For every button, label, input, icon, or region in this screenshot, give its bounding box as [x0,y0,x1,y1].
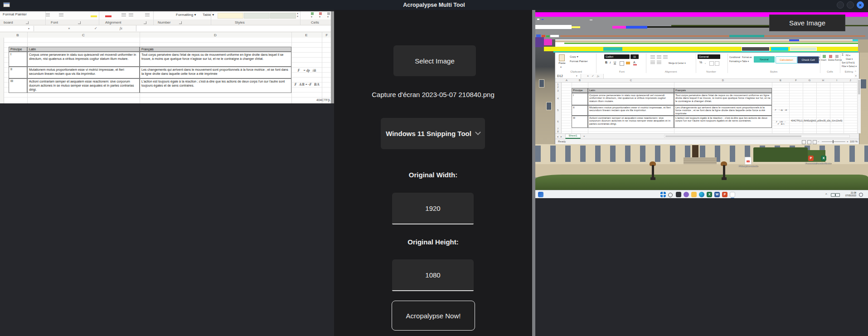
volume-icon[interactable] [835,193,840,197]
edge-icon[interactable] [699,192,704,197]
formula-input[interactable] [603,74,854,78]
column-header: B [579,79,581,82]
sheet-tab[interactable]: Sheet1 [565,134,581,139]
zoom-slider-knob[interactable] [833,140,834,143]
confirm-entry-icon[interactable]: ✓ [592,74,594,78]
gridline [322,32,322,103]
add-sheet-icon[interactable]: + [583,135,585,137]
fx-icon[interactable]: fx [597,74,599,78]
loop-icon[interactable] [684,192,689,197]
confirm-entry-icon[interactable]: ✓ [94,26,97,30]
view-break-icon[interactable] [813,140,817,144]
table-cell: I [9,52,27,67]
original-image-preview[interactable]: Format Painter Formatting ▾ Table ▾ ▴▾ ▾… [0,11,334,103]
tab-scroll-right-icon[interactable]: ▸ [561,135,562,138]
widgets-icon[interactable] [538,192,543,197]
powerpoint-taskbar-icon[interactable]: P [722,192,727,197]
pdf-badge: PDF [747,160,750,162]
recovered-image-preview[interactable]: Paste ▾ Copy ▾ Format Painter Calibri 11… [535,11,868,198]
windows-start-icon[interactable] [660,192,666,197]
decimal-icon [715,61,719,66]
newton-table: Principe Latin Français I Corpus omne pe… [9,47,291,93]
tab-scroll-left-icon[interactable]: ◂ [557,135,558,138]
scrollbar-thumb[interactable] [858,80,860,94]
zoom-out-icon[interactable]: − [818,140,820,143]
excel-taskbar-icon[interactable]: X [707,192,712,197]
cancel-entry-icon[interactable]: × [587,74,589,78]
clock[interactable]: 21:08 07/05/2023 [844,192,856,197]
notification-bell-icon[interactable] [859,193,863,197]
acropalypse-now-button[interactable]: Acropalypse Now! [392,301,475,331]
network-icon[interactable] [831,193,835,197]
panel-scrollbar[interactable] [532,10,535,336]
minimize-button[interactable] [837,1,844,9]
column-header: D [214,33,217,37]
glitch-band-white [535,25,572,29]
view-layout-icon[interactable] [807,140,811,144]
vertical-scrollbar[interactable] [857,79,861,133]
name-box-value: D12 [557,74,563,78]
table-cell: Les changements qui arrivent dans le mou… [140,67,291,78]
fill-button: Fill ▾ [846,54,850,57]
window-title: Acropalypse Multi Tool [0,0,868,10]
dropdown-arrow-icon: ▾ [327,15,329,18]
taskbar: X W P ^ 21:08 07/05/2023 [535,190,868,198]
search-icon[interactable] [668,193,673,197]
font-name-box: Calibri [604,54,630,59]
width-input[interactable] [392,193,474,224]
highlight-color-icon [91,15,97,17]
cancel-entry-icon[interactable]: × [68,26,70,30]
expand-formula-bar-icon[interactable]: ▾ [855,74,857,77]
format-painter-button: Format Painter [570,60,588,63]
underline-button: U [614,61,616,64]
close-button[interactable]: × [857,1,864,9]
format-as-table-button2: Table ▾ [742,60,749,63]
file-explorer-icon[interactable] [691,192,697,197]
group-separator [596,54,596,73]
word-taskbar-icon[interactable]: W [714,192,720,197]
tray-expand-icon[interactable]: ^ [825,192,827,196]
format-painter-label: Format Painter [3,12,27,16]
fx-icon[interactable]: fx [120,26,122,30]
horizontal-scrollbar[interactable] [664,135,850,138]
font-color-button: A [633,61,635,64]
glitch-speck [729,35,764,37]
column-header: E [780,79,781,82]
group-separator [45,11,46,25]
zoom-slider[interactable] [822,141,845,142]
table-header: Français [140,47,291,52]
collapse-ribbon-icon[interactable]: ^ [855,70,856,73]
tool-dropdown[interactable]: Windows 11 Snipping Tool [381,118,485,149]
glitch-chip-teal [603,47,622,51]
photo-stairs [684,157,717,164]
formula-input[interactable] [136,25,331,31]
excel-file-icon[interactable]: X [821,156,826,161]
view-normal-icon[interactable] [802,140,806,144]
height-input[interactable] [392,259,474,291]
snipping-tool-icon[interactable] [730,192,735,197]
align-top-icons [650,55,655,59]
font-group-label: Font [619,70,625,73]
font-color-icon [105,15,112,17]
delete-button: Delete [828,59,834,61]
save-image-button[interactable]: Save Image [769,15,845,31]
font-icons [59,13,63,17]
name-box-arrow-icon[interactable]: ▾ [28,27,29,30]
flag-text: 404CTF{L3_f9rM1d@bl3_p09re35_d3s_lUm13re… [791,119,842,122]
table-header: Latin [27,47,140,52]
autosum-button: Σ [842,53,844,56]
group-separator [840,54,840,73]
task-view-icon[interactable] [676,192,681,197]
style-chip-neutral: Neutral [754,56,775,63]
maximize-button[interactable] [847,1,854,9]
name-box[interactable]: D12 ▾ [555,74,581,78]
table-cell: Actioni contrariam semper et aequalem es… [588,116,674,128]
group-separator [211,11,211,25]
select-image-button[interactable]: Select Image [393,45,476,76]
powerpoint-file-icon[interactable]: P [808,156,814,161]
pdf-file-icon[interactable]: PDF [745,157,752,165]
zoom-in-icon[interactable]: + [847,140,849,143]
delete-cells-icon [829,55,832,58]
scrollbar-thumb[interactable] [665,136,801,137]
table-cell: II [9,67,27,78]
